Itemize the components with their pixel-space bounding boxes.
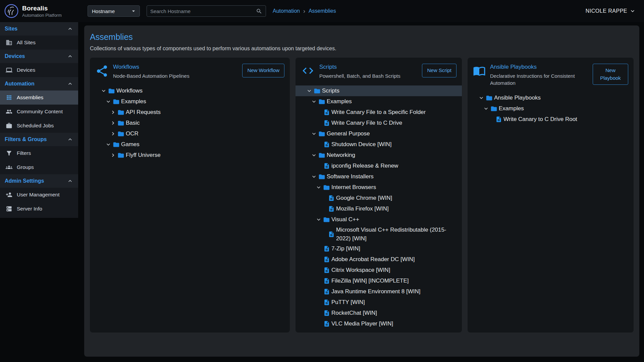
workflows-tree: WorkflowsExamplesAPI RequestsBasicOCRGam…	[90, 85, 290, 161]
sidebar-item-label: Assemblies	[17, 95, 43, 101]
tree-folder-item[interactable]: Networking	[296, 150, 462, 161]
card-title: Scripts	[319, 64, 418, 70]
tree-file-item[interactable]: Microsoft Visual C++ Redistributable (20…	[296, 225, 462, 243]
sidebar-item-groups[interactable]: Groups	[0, 160, 78, 174]
sidebar-item-server-info[interactable]: Server Info	[0, 202, 78, 216]
workflows-card: Workflows Node-Based Automation Pipeline…	[90, 58, 290, 333]
book-icon	[473, 64, 486, 77]
tree-folder-item[interactable]: Software Installers	[296, 171, 462, 182]
caret-down-icon	[130, 8, 137, 14]
sidebar-item-filters[interactable]: Filters	[0, 146, 78, 160]
tree-item-label: Google Chrome [WIN]	[335, 194, 392, 202]
tree-folder-item[interactable]: Basic	[90, 118, 290, 128]
brand: Borealis Automation Platform	[0, 4, 78, 18]
chevron-right-icon	[109, 130, 117, 137]
sidebar-section-sites[interactable]: Sites	[0, 22, 78, 36]
file-icon	[322, 120, 331, 126]
app-subtitle: Automation Platform	[22, 13, 62, 18]
chevron-down-icon	[310, 152, 318, 159]
tree-item-label: ipconfig Release & Renew	[331, 162, 398, 170]
tree-folder-item[interactable]: Games	[90, 139, 290, 150]
tree-file-item[interactable]: 7-Zip [WIN]	[296, 243, 462, 254]
tree-item-label: Mozilla Firefox [WIN]	[335, 204, 389, 213]
sidebar-section-devices[interactable]: Devices	[0, 50, 78, 63]
breadcrumb: Automation › Assemblies	[273, 8, 336, 14]
sidebar-item-label: All Sites	[17, 40, 36, 46]
tree-item-label: Shutdown Device [WIN]	[331, 140, 392, 149]
sidebar-item-label: Groups	[17, 164, 34, 170]
tree-file-item[interactable]: Mozilla Firefox [WIN]	[296, 203, 462, 214]
folder-icon	[318, 130, 326, 137]
page-description: Collections of various types of componen…	[90, 46, 634, 52]
tree-file-item[interactable]: PuTTY [WIN]	[296, 297, 462, 308]
sidebar-item-label: Devices	[17, 67, 35, 73]
tree-item-label: Basic	[125, 119, 140, 127]
hostname-dropdown[interactable]: Hostname	[88, 5, 140, 17]
tree-folder-item[interactable]: General Purpose	[296, 128, 462, 139]
sidebar-item-devices[interactable]: Devices	[0, 63, 78, 77]
file-icon	[322, 310, 331, 316]
tree-file-item[interactable]: Write Canary File to C Drive	[296, 118, 462, 128]
tree-folder-item[interactable]: Internet Browsers	[296, 182, 462, 193]
breadcrumb-automation[interactable]: Automation	[273, 8, 300, 14]
tree-folder-item[interactable]: Examples	[296, 96, 462, 107]
tree-item-label: General Purpose	[326, 129, 370, 138]
tree-item-label: Microsoft Visual C++ Redistributable (20…	[335, 226, 458, 243]
sidebar-section-admin-settings[interactable]: Admin Settings	[0, 174, 78, 188]
jobs-icon	[6, 122, 12, 129]
tree-item-label: Adobe Acrobat Reader DC [WIN]	[331, 255, 415, 264]
tree-folder-item[interactable]: Examples	[468, 103, 634, 114]
tree-file-item[interactable]: Google Chrome [WIN]	[296, 193, 462, 203]
tree-folder-item[interactable]: Flyff Universe	[90, 150, 290, 161]
ansible-card-header: Ansible Playbooks Declarative Instructio…	[468, 58, 634, 88]
tree-file-item[interactable]: Shutdown Device [WIN]	[296, 139, 462, 150]
tree-folder-item[interactable]: Examples	[90, 96, 290, 107]
file-icon	[494, 116, 503, 123]
search-hostname-box	[147, 5, 266, 17]
sidebar-item-user-management[interactable]: User Management	[0, 188, 78, 202]
tree-file-item[interactable]: Write Canary File to a Specific Folder	[296, 107, 462, 118]
sidebar-section-automation[interactable]: Automation	[0, 77, 78, 90]
tree-file-item[interactable]: FileZilla [WIN] [INCOMPLETE]	[296, 276, 462, 286]
tree-folder-item[interactable]: OCR	[90, 128, 290, 139]
borealis-logo	[4, 4, 19, 18]
chevron-up-icon	[67, 178, 73, 184]
sidebar-item-assemblies[interactable]: Assemblies	[0, 90, 78, 105]
groups-icon	[6, 164, 12, 171]
folder-icon	[117, 130, 125, 137]
chevron-down-icon	[482, 105, 490, 112]
tree-file-item[interactable]: Write Canary to C Drive Root	[468, 114, 634, 125]
tree-folder-item[interactable]: Visual C++	[296, 214, 462, 225]
tree-folder-item[interactable]: Scripts	[296, 85, 462, 96]
new-workflow-button[interactable]: New Workflow	[242, 64, 284, 77]
tree-file-item[interactable]: Java Runtime Environment 8 [WIN]	[296, 286, 462, 297]
chevron-up-icon	[67, 53, 73, 60]
file-icon	[327, 195, 335, 201]
tree-folder-item[interactable]: API Requests	[90, 107, 290, 118]
file-icon	[322, 245, 331, 252]
chevron-up-icon	[67, 80, 73, 87]
sidebar-item-all-sites[interactable]: All Sites	[0, 36, 78, 50]
sidebar-item-scheduled-jobs[interactable]: Scheduled Jobs	[0, 119, 78, 133]
sidebar-section-filters-groups[interactable]: Filters & Groups	[0, 133, 78, 146]
search-icon[interactable]	[256, 8, 262, 14]
user-menu[interactable]: NICOLE RAPPE	[586, 8, 636, 14]
tree-folder-item[interactable]: Ansible Playbooks	[468, 93, 634, 103]
tree-file-item[interactable]: VLC Media Player [WIN]	[296, 318, 462, 329]
tree-file-item[interactable]: ipconfig Release & Renew	[296, 161, 462, 171]
tree-item-label: 7-Zip [WIN]	[331, 244, 360, 253]
tree-item-label: Games	[120, 140, 140, 149]
breadcrumb-assemblies[interactable]: Assemblies	[309, 8, 336, 14]
community-icon	[6, 108, 12, 115]
search-input[interactable]	[150, 8, 256, 14]
tree-file-item[interactable]: Adobe Acrobat Reader DC [WIN]	[296, 254, 462, 265]
tree-file-item[interactable]: Citrix Workspace [WIN]	[296, 265, 462, 276]
folder-icon	[107, 87, 116, 95]
sidebar-item-community-content[interactable]: Community Content	[0, 105, 78, 119]
new-playbook-button[interactable]: New Playbook	[593, 64, 628, 85]
tree-folder-item[interactable]: Workflows	[90, 85, 290, 96]
file-icon	[322, 141, 331, 148]
tree-file-item[interactable]: RocketChat [WIN]	[296, 308, 462, 318]
chevron-up-icon	[67, 136, 73, 143]
new-script-button[interactable]: New Script	[422, 64, 457, 77]
